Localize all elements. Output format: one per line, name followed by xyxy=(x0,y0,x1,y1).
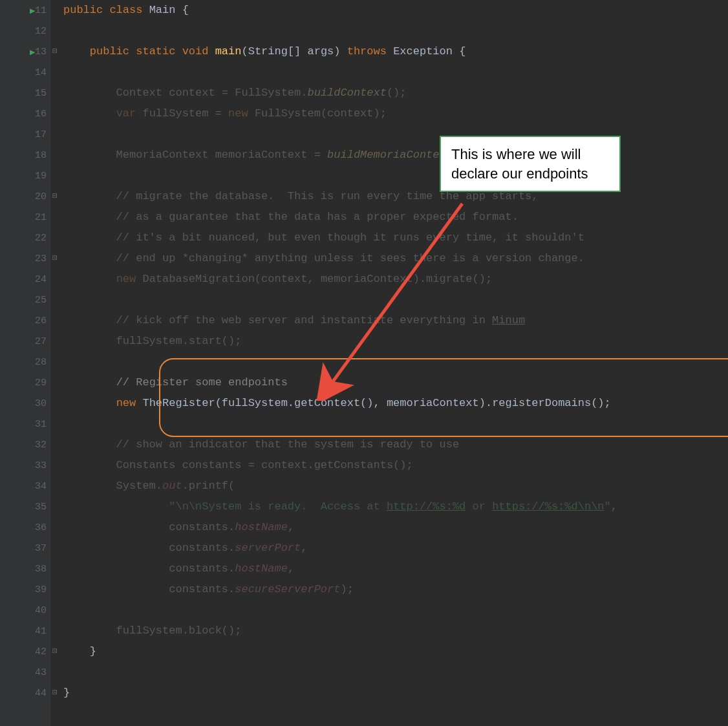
code-token: buildMemoriaContext xyxy=(327,149,453,161)
gutter-row: 34 xyxy=(0,476,50,496)
code-token: // end up *changing* anything unless it … xyxy=(63,252,584,264)
gutter: ▶1112▶1314151617181920212223242526272829… xyxy=(0,0,50,726)
code-editor[interactable]: ▶1112▶1314151617181920212223242526272829… xyxy=(0,0,728,726)
code-token: Context context = FullSystem. xyxy=(63,87,307,99)
code-token: , xyxy=(301,542,307,554)
code-token: , xyxy=(611,500,617,513)
code-line[interactable]: // end up *changing* anything unless it … xyxy=(63,248,728,269)
code-line[interactable]: fullSystem.block(); xyxy=(63,621,728,641)
code-line[interactable] xyxy=(63,662,728,683)
code-token: new xyxy=(116,273,143,285)
code-line[interactable]: // show an indicator that the system is … xyxy=(63,434,728,455)
code-token: ); xyxy=(340,583,353,595)
code-line[interactable]: System.out.printf( xyxy=(63,476,728,496)
gutter-row: 25 xyxy=(0,290,50,310)
code-line[interactable]: var fullSystem = new FullSystem(context)… xyxy=(63,103,728,124)
code-line[interactable]: } xyxy=(63,683,728,703)
code-token: // as a guarantee that the data has a pr… xyxy=(63,211,519,223)
gutter-row: 12 xyxy=(0,21,50,41)
code-token: public xyxy=(90,45,136,58)
line-number: 39 xyxy=(27,584,47,595)
code-area[interactable]: public class Main { public static void m… xyxy=(62,0,728,726)
code-token: constants. xyxy=(63,562,235,575)
gutter-row: 17 xyxy=(0,124,50,145)
code-line[interactable]: // it's a bit nuanced, but even though i… xyxy=(63,228,728,248)
line-number: 12 xyxy=(27,26,47,37)
line-number: 36 xyxy=(27,522,47,533)
code-line[interactable]: constants.hostName, xyxy=(63,517,728,538)
line-number: 32 xyxy=(27,440,47,451)
line-number: 25 xyxy=(27,295,47,306)
code-line[interactable]: constants.hostName, xyxy=(63,559,728,579)
code-token: public xyxy=(63,4,109,16)
code-token: .printf( xyxy=(182,480,235,492)
gutter-row: 20 xyxy=(0,186,50,207)
code-token: https://%s:%d\n\n xyxy=(492,500,604,513)
run-icon[interactable]: ▶ xyxy=(30,47,35,58)
code-line[interactable]: } xyxy=(63,641,728,662)
code-line[interactable]: fullSystem.start(); xyxy=(63,331,728,352)
code-line[interactable] xyxy=(63,124,728,145)
code-line[interactable]: // kick off the web server and instantia… xyxy=(63,310,728,331)
code-token: class xyxy=(109,4,149,16)
gutter-row: 15 xyxy=(0,83,50,103)
fold-marker[interactable]: ⊟ xyxy=(52,192,58,200)
code-token: http://%s:%d xyxy=(387,500,466,513)
code-line[interactable] xyxy=(63,600,728,621)
code-line[interactable] xyxy=(63,165,728,186)
gutter-row: 29 xyxy=(0,372,50,393)
code-line[interactable]: constants.secureServerPort); xyxy=(63,579,728,600)
code-token: // it's a bit nuanced, but even though i… xyxy=(63,231,584,244)
code-token: hostName xyxy=(235,562,288,575)
line-number: 40 xyxy=(27,605,47,616)
code-line[interactable] xyxy=(63,414,728,434)
code-line[interactable]: new TheRegister(fullSystem.getContext(),… xyxy=(63,393,728,414)
code-line[interactable]: public static void main(String[] args) t… xyxy=(63,41,728,62)
gutter-row: 26 xyxy=(0,310,50,331)
code-line[interactable] xyxy=(63,352,728,372)
gutter-row: 24 xyxy=(0,269,50,290)
code-line[interactable]: constants.serverPort, xyxy=(63,538,728,559)
annotation-callout: This is where we will declare our endpoi… xyxy=(440,136,621,192)
gutter-row: 33 xyxy=(0,455,50,476)
line-number: 29 xyxy=(27,378,47,389)
code-line[interactable]: Context context = FullSystem.buildContex… xyxy=(63,83,728,103)
code-line[interactable] xyxy=(63,62,728,83)
line-number: 24 xyxy=(27,274,47,285)
code-line[interactable]: "\n\nSystem is ready. Access at http://%… xyxy=(63,496,728,517)
fold-marker[interactable]: ⊟ xyxy=(52,47,58,56)
code-token: MemoriaContext memoriaContext = xyxy=(63,149,327,161)
code-line[interactable]: MemoriaContext memoriaContext = buildMem… xyxy=(63,145,728,165)
code-line[interactable]: public class Main { xyxy=(63,0,728,21)
line-number: 26 xyxy=(27,315,47,326)
gutter-row: 30 xyxy=(0,393,50,414)
line-number: 22 xyxy=(27,233,47,244)
code-token: Main { xyxy=(149,4,189,16)
code-token: , xyxy=(288,521,294,533)
fold-marker[interactable]: ⊡ xyxy=(52,647,58,656)
code-token: void xyxy=(182,45,215,58)
code-token xyxy=(63,500,169,513)
gutter-row: 42 xyxy=(0,641,50,662)
code-line[interactable]: // migrate the database. This is run eve… xyxy=(63,186,728,207)
code-token: serverPort xyxy=(235,542,301,554)
gutter-row: 37 xyxy=(0,538,50,559)
code-token: Minum xyxy=(492,314,525,326)
code-line[interactable]: // as a guarantee that the data has a pr… xyxy=(63,207,728,228)
line-number: 27 xyxy=(27,336,47,347)
code-token: buildContext xyxy=(307,87,386,99)
code-line[interactable] xyxy=(63,290,728,310)
code-token: out xyxy=(162,480,182,492)
code-line[interactable]: // Register some endpoints xyxy=(63,372,728,393)
code-token: (); xyxy=(387,87,407,99)
line-number: 44 xyxy=(27,688,47,699)
code-token: constants. xyxy=(63,583,235,595)
fold-marker[interactable]: ⊡ xyxy=(52,689,58,697)
fold-marker[interactable]: ⊡ xyxy=(52,254,58,262)
code-line[interactable]: new DatabaseMigration(context, memoriaCo… xyxy=(63,269,728,290)
code-line[interactable]: Constants constants = context.getConstan… xyxy=(63,455,728,476)
code-line[interactable] xyxy=(63,21,728,41)
gutter-row: ▶11 xyxy=(0,0,50,21)
run-icon[interactable]: ▶ xyxy=(30,5,35,16)
code-token: secureServerPort xyxy=(235,583,340,595)
